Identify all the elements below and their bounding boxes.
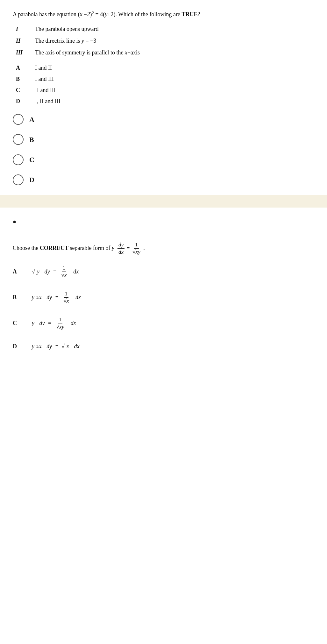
option-label-C: C: [16, 86, 29, 95]
asterisk-marker: *: [13, 217, 314, 228]
statement-text-III: The axis of symmetry is parallel to the …: [35, 48, 140, 57]
statement-list: I The parabola opens upward II The direc…: [16, 25, 314, 57]
option-row-B: B I and III: [16, 74, 314, 84]
answer-math-A: √y dy = 1 √x dx: [32, 265, 79, 279]
answer-option-B: B y3/2 dy = 1 √x dx: [13, 290, 314, 305]
option-row-C: C II and III: [16, 86, 314, 95]
answer-A-den: √x: [60, 272, 68, 279]
radio-circle-A[interactable]: [13, 114, 24, 125]
question-2-block: * Choose the CORRECT separable form of y…: [13, 217, 314, 351]
dy-numerator: dy: [117, 241, 124, 249]
option-text-C: II and III: [35, 86, 56, 95]
dy-dx-fraction: dy dx: [117, 241, 124, 256]
answer-C-num: 1: [58, 316, 63, 323]
rhs-num: 1: [134, 241, 139, 249]
radio-item-B[interactable]: B: [13, 134, 314, 145]
radio-item-D[interactable]: D: [13, 174, 314, 185]
answer-math-B: y3/2 dy = 1 √x dx: [32, 290, 81, 305]
statement-row-II: II The directrix line is y = −3: [16, 36, 314, 46]
answer-label-B: B: [13, 293, 25, 302]
option-row-A: A I and II: [16, 63, 314, 73]
option-text-D: I, II and III: [35, 97, 60, 106]
answer-option-A: A √y dy = 1 √x dx: [13, 265, 314, 279]
radio-label-D: D: [29, 174, 34, 185]
radio-item-C[interactable]: C: [13, 154, 314, 165]
answer-A-fraction: 1 √x: [60, 265, 68, 279]
question-1-text: A parabola has the equation (x−2)2 = 4(y…: [13, 10, 314, 19]
answer-B-fraction: 1 √x: [62, 290, 70, 305]
statement-row-III: III The axis of symmetry is parallel to …: [16, 48, 314, 57]
radio-circle-B[interactable]: [13, 134, 24, 145]
statement-label-II: II: [16, 36, 29, 46]
answer-C-fraction: 1 √xy: [55, 316, 65, 330]
dx-denominator: dx: [117, 249, 124, 256]
answer-A-num: 1: [62, 265, 67, 272]
option-text-B: I and III: [35, 74, 54, 84]
answer-option-C: C y dy = 1 √xy dx: [13, 316, 314, 330]
option-label-A: A: [16, 63, 29, 73]
radio-circle-D[interactable]: [13, 174, 24, 185]
answer-C-den: √xy: [55, 323, 65, 330]
statement-label-III: III: [16, 48, 29, 57]
statement-label-I: I: [16, 25, 29, 34]
statement-text-I: The parabola opens upward: [35, 25, 98, 34]
answer-option-D: D y3/2 dy = √x dx: [13, 342, 314, 351]
answer-label-C: C: [13, 319, 25, 328]
rhs-den: √xy: [132, 249, 141, 256]
answer-B-den: √x: [62, 298, 70, 305]
options-list: A I and II B I and III C II and III D I,…: [16, 63, 314, 106]
section-divider: [0, 195, 327, 208]
radio-label-B: B: [29, 134, 34, 145]
equals-sign: =: [126, 244, 130, 253]
answer-math-D: y3/2 dy = √x dx: [32, 342, 79, 351]
radio-item-A[interactable]: A: [13, 114, 314, 125]
radio-label-C: C: [29, 154, 34, 165]
radio-group-q1: A B C D: [13, 114, 314, 186]
rhs-fraction: 1 √xy: [132, 241, 141, 256]
q2-main-equation: dy dx = 1 √xy: [117, 241, 142, 256]
option-label-D: D: [16, 97, 29, 106]
question-1-block: A parabola has the equation (x−2)2 = 4(y…: [13, 10, 314, 185]
statement-row-I: I The parabola opens upward: [16, 25, 314, 34]
answer-B-num: 1: [64, 290, 69, 298]
q1-equation: x−2: [80, 10, 90, 19]
answer-label-D: D: [13, 342, 25, 351]
answer-math-C: y dy = 1 √xy dx: [32, 316, 76, 330]
statement-text-II: The directrix line is y = −3: [35, 36, 96, 46]
radio-circle-C[interactable]: [13, 154, 24, 165]
answer-label-A: A: [13, 267, 25, 276]
option-label-B: B: [16, 74, 29, 84]
option-row-D: D I, II and III: [16, 97, 314, 106]
radio-label-A: A: [29, 114, 34, 125]
question-2-text: Choose the CORRECT separable form of y d…: [13, 241, 314, 256]
option-text-A: I and II: [35, 63, 52, 73]
